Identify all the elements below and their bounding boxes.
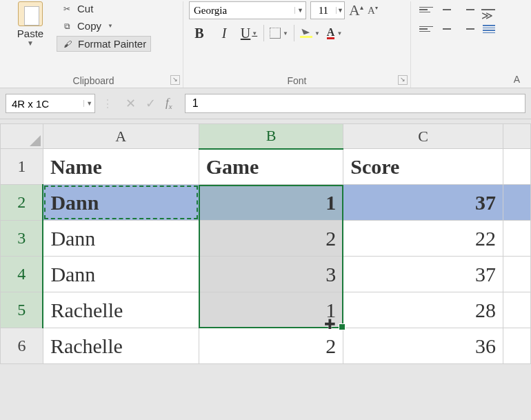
cell-D6[interactable] — [503, 328, 531, 364]
formula-bar: ▼ ⋮ ✕ ✓ fx — [0, 88, 531, 119]
copy-button[interactable]: ⧉ Copy ▼ — [57, 19, 151, 33]
italic-button[interactable]: I — [214, 23, 234, 43]
wrap-text-icon: ≫ — [481, 9, 495, 10]
align-left-button[interactable] — [417, 21, 436, 37]
cell-D5[interactable] — [503, 292, 531, 328]
cell-D3[interactable] — [503, 221, 531, 257]
cell-C2[interactable]: 37 — [343, 185, 503, 221]
cut-label: Cut — [77, 3, 93, 14]
row-header-3[interactable]: 3 — [1, 221, 43, 257]
sheet-table[interactable]: A B C 1 Name Game Score 2 Dann 1 — [0, 123, 531, 364]
cell-A3[interactable]: Dann — [43, 221, 199, 257]
ribbon: Paste ▼ ✂ Cut ⧉ Copy ▼ 🖌 Format Painter — [0, 0, 531, 88]
copy-icon: ⧉ — [61, 21, 73, 31]
cell-C6[interactable]: 36 — [343, 328, 503, 364]
row-header-2[interactable]: 2 — [1, 185, 43, 221]
cell-D2[interactable] — [503, 185, 531, 221]
cell-C4[interactable]: 37 — [343, 257, 503, 292]
cell-C3[interactable]: 22 — [343, 221, 503, 257]
name-box[interactable]: ▼ — [6, 94, 95, 113]
font-name-input[interactable] — [190, 3, 294, 18]
row-header-6[interactable]: 6 — [1, 328, 43, 364]
border-icon — [270, 28, 281, 39]
row-header-4[interactable]: 4 — [1, 257, 43, 292]
group-label-font: Font — [189, 72, 405, 88]
column-header-B[interactable]: B — [199, 124, 343, 149]
font-dialog-launcher[interactable]: ↘ — [398, 75, 408, 85]
cell-A1[interactable]: Name — [43, 149, 199, 185]
chevron-down-icon[interactable]: ▼ — [283, 30, 288, 37]
paste-icon — [18, 1, 43, 26]
format-painter-label: Format Painter — [78, 38, 146, 50]
clipboard-dialog-launcher[interactable]: ↘ — [170, 75, 180, 85]
chevron-down-icon[interactable]: ▼ — [108, 23, 113, 29]
align-bottom-button[interactable] — [458, 1, 477, 18]
cell-C5[interactable]: 28 — [343, 292, 503, 328]
wrap-text-button[interactable]: ≫ — [479, 1, 498, 18]
row-header-1[interactable]: 1 — [1, 149, 43, 185]
paste-label: Paste — [10, 28, 51, 39]
select-all-corner[interactable] — [1, 124, 43, 149]
underline-button[interactable]: U▼ — [239, 23, 259, 43]
chevron-down-icon[interactable]: ▼ — [10, 39, 51, 47]
cell-A6[interactable]: Rachelle — [43, 328, 199, 364]
cell-C1[interactable]: Score — [343, 149, 503, 185]
insert-function-button[interactable]: fx — [166, 96, 172, 111]
cell-A4[interactable]: Dann — [43, 257, 199, 292]
enter-formula-button[interactable]: ✓ — [146, 96, 156, 111]
copy-label: Copy — [77, 20, 101, 32]
chevron-down-icon[interactable]: ▼ — [252, 30, 257, 37]
fill-color-button[interactable]: ▼ — [299, 23, 321, 43]
indent-icon — [483, 25, 495, 34]
align-middle-button[interactable] — [437, 1, 457, 18]
column-header-D[interactable] — [503, 124, 531, 149]
chevron-down-icon[interactable]: ▼ — [83, 100, 94, 107]
cell-B2[interactable]: 1 — [199, 185, 343, 221]
chevron-down-icon[interactable]: ▼ — [314, 30, 320, 37]
paintbrush-icon: 🖌 — [61, 39, 74, 49]
align-center-button[interactable] — [437, 21, 457, 37]
cell-D4[interactable] — [503, 257, 531, 292]
decrease-font-size-button[interactable]: A▾ — [368, 5, 378, 17]
cell-B3[interactable]: 2 — [199, 221, 343, 257]
group-label-alignment: A — [417, 74, 521, 88]
font-name-combo[interactable]: ▼ — [189, 1, 306, 19]
cell-D1[interactable] — [503, 149, 531, 185]
font-color-icon: A — [327, 28, 335, 39]
decrease-indent-button[interactable] — [479, 21, 499, 39]
ribbon-group-font: ▼ ▼ A▴ A▾ B I U▼ ▼ ▼ A — [183, 1, 411, 88]
cell-B1[interactable]: Game — [199, 149, 343, 185]
group-label-clipboard: Clipboard — [10, 72, 177, 88]
ribbon-group-alignment: ≫ A — [411, 1, 527, 88]
cut-button[interactable]: ✂ Cut — [57, 1, 151, 16]
format-painter-button[interactable]: 🖌 Format Painter — [57, 36, 151, 52]
formula-input[interactable] — [185, 94, 525, 113]
cell-B5[interactable]: 1 — [199, 292, 343, 328]
chevron-down-icon[interactable]: ▼ — [294, 7, 305, 14]
align-right-button[interactable] — [458, 21, 477, 37]
cell-B4[interactable]: 3 — [199, 257, 343, 292]
align-top-button[interactable] — [417, 1, 436, 18]
cell-A2[interactable]: Dann — [43, 185, 199, 221]
font-size-combo[interactable]: ▼ — [310, 1, 345, 19]
column-header-A[interactable]: A — [43, 124, 199, 149]
cell-B6[interactable]: 2 — [199, 328, 343, 364]
spreadsheet-grid: A B C 1 Name Game Score 2 Dann 1 — [0, 119, 531, 367]
cancel-formula-button[interactable]: ✕ — [126, 96, 136, 111]
scissors-icon: ✂ — [61, 4, 73, 14]
row-header-5[interactable]: 5 — [1, 292, 43, 328]
increase-font-size-button[interactable]: A▴ — [349, 1, 363, 19]
name-box-input[interactable] — [6, 97, 83, 111]
chevron-down-icon[interactable]: ▼ — [337, 30, 342, 37]
bold-button[interactable]: B — [189, 23, 210, 43]
column-header-C[interactable]: C — [343, 124, 503, 149]
paint-bucket-icon — [300, 28, 312, 38]
paste-button[interactable]: Paste ▼ — [10, 1, 51, 52]
borders-button[interactable]: ▼ — [268, 23, 290, 43]
chevron-down-icon[interactable]: ▼ — [336, 7, 344, 14]
ribbon-group-clipboard: Paste ▼ ✂ Cut ⧉ Copy ▼ 🖌 Format Painter — [4, 1, 183, 88]
cell-A5[interactable]: Rachelle — [43, 292, 199, 328]
font-color-button[interactable]: A ▼ — [325, 23, 343, 43]
font-size-input[interactable] — [311, 3, 336, 18]
